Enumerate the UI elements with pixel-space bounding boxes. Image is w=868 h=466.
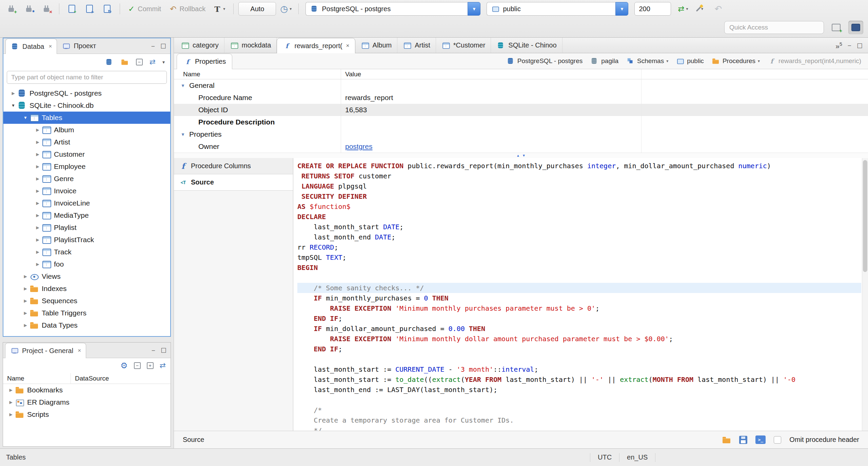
connection-combo[interactable]: PostgreSQL - postgres ▼ (305, 2, 480, 16)
omit-procedure-header-checkbox[interactable] (774, 436, 781, 444)
new-connection-button[interactable] (3, 2, 19, 16)
navigate-back-button[interactable]: ↶ (710, 2, 726, 16)
property-row-general[interactable]: ▼General (174, 79, 868, 92)
expand-arrow-icon[interactable]: ▶ (33, 201, 42, 206)
editor-tab-sqlite-chinoo[interactable]: SQLite - Chinoo (491, 38, 562, 53)
tab-overflow-button[interactable]: »5 (835, 41, 842, 50)
tree-item-playlist[interactable]: ▶Playlist (3, 221, 170, 234)
disconnect-button[interactable] (39, 2, 54, 16)
transaction-log-button[interactable]: ◷▾ (278, 2, 294, 16)
tree-item-track[interactable]: ▶Track (3, 246, 170, 258)
column-header-name[interactable]: Name (3, 373, 71, 384)
minimize-button[interactable]: − (151, 43, 155, 50)
tree-item-artist[interactable]: ▶Artist (3, 136, 170, 148)
collapse-arrow-icon[interactable]: ▼ (181, 132, 185, 137)
expand-arrow-icon[interactable]: ▶ (33, 250, 42, 254)
transaction-mode-button[interactable]: T▾ (211, 2, 229, 16)
tree-item-sequences[interactable]: ▶Sequences (3, 295, 170, 307)
editor-tab-customer[interactable]: *Customer (436, 38, 491, 53)
expand-arrow-icon[interactable]: ▶ (21, 298, 30, 303)
new-sql-editor-button[interactable] (64, 2, 80, 16)
expand-arrow-icon[interactable]: ▶ (6, 388, 15, 392)
owner-link[interactable]: postgres (345, 142, 373, 150)
tree-item-tables[interactable]: ▼Tables (3, 112, 170, 124)
connect-datasource-button[interactable] (105, 57, 114, 67)
navigator-filter-input[interactable] (7, 71, 167, 84)
tree-item-genre[interactable]: ▶Genre (3, 173, 170, 185)
connection-combo-field[interactable]: PostgreSQL - postgres (305, 2, 468, 16)
sql-assist-button[interactable]: ▾ (693, 2, 708, 16)
expand-arrow-icon[interactable]: ▶ (33, 128, 42, 132)
tab-project-general[interactable]: Project - General × (5, 343, 86, 358)
splitter-collapse-up-icon[interactable]: ▲ (516, 154, 520, 157)
close-icon[interactable]: × (346, 42, 350, 49)
tab-project-explorer[interactable]: Проект (57, 38, 101, 54)
new-folder-button[interactable] (120, 57, 129, 67)
link-with-editor-button[interactable]: ⇄ (160, 361, 166, 371)
minimize-button[interactable]: − (152, 347, 155, 354)
expand-arrow-icon[interactable]: ▶ (6, 412, 15, 417)
reconnect-button[interactable] (21, 2, 37, 16)
expand-arrow-icon[interactable]: ▶ (33, 140, 42, 144)
editor-tab-album[interactable]: Album (355, 38, 398, 53)
expand-arrow-icon[interactable]: ▶ (33, 225, 42, 230)
timezone-status[interactable]: UTC (598, 453, 612, 461)
dropdown-caret-icon[interactable]: ▾ (758, 59, 760, 63)
tree-item-mediatype[interactable]: ▶MediaType (3, 209, 170, 221)
pane-tab-procedure-columns[interactable]: Procedure Columns (174, 158, 293, 174)
breadcrumb-procedures[interactable]: Procedures▾ (711, 57, 760, 65)
source-code[interactable]: CREATE OR REPLACE FUNCTION public.reward… (297, 161, 861, 431)
breadcrumb-postgresql-postgres[interactable]: PostgreSQL - postgres (506, 57, 583, 65)
view-menu-button[interactable]: ▾ (162, 57, 165, 67)
property-row-procedure-name[interactable]: Procedure Namerewards_report (174, 92, 868, 104)
collapse-arrow-icon[interactable]: ▼ (9, 103, 18, 108)
expand-arrow-icon[interactable]: ▶ (6, 400, 15, 405)
expand-all-button[interactable]: + (147, 361, 154, 371)
load-from-file-button[interactable] (722, 433, 731, 447)
breadcrumb-public[interactable]: public (676, 57, 704, 65)
expand-arrow-icon[interactable]: ▶ (21, 311, 30, 315)
tree-item-table-triggers[interactable]: ▶Table Triggers (3, 307, 170, 319)
tab-properties[interactable]: Properties (177, 54, 232, 69)
quick-access-input[interactable] (724, 21, 824, 34)
tree-item-foo[interactable]: ▶foo (3, 258, 170, 270)
editor-tab-rewards-report[interactable]: rewards_report(× (277, 38, 355, 53)
tab-database-navigator[interactable]: Databa × (5, 39, 57, 54)
tree-item-data-types[interactable]: ▶Data Types (3, 319, 170, 331)
vertical-scrollbar[interactable] (862, 158, 868, 431)
expand-arrow-icon[interactable]: ▶ (33, 152, 42, 157)
scrollbar-thumb[interactable] (863, 160, 867, 272)
expand-arrow-icon[interactable]: ▶ (9, 91, 18, 96)
project-item-bookmarks[interactable]: ▶Bookmarks (3, 384, 171, 396)
tree-item-invoiceline[interactable]: ▶InvoiceLine (3, 197, 170, 209)
tree-item-sqlite-chinook-db[interactable]: ▼SQLite - Chinook.db (3, 99, 170, 112)
open-perspective-button[interactable] (829, 21, 844, 34)
project-item-er-diagrams[interactable]: ▶ER Diagrams (3, 396, 171, 408)
expand-arrow-icon[interactable]: ▶ (33, 189, 42, 193)
column-header-datasource[interactable]: DataSource (71, 375, 109, 382)
rollback-button[interactable]: ↶Rollback (166, 2, 209, 16)
property-row-properties[interactable]: ▼Properties (174, 128, 868, 140)
open-sql-script-button[interactable] (82, 2, 97, 16)
project-item-scripts[interactable]: ▶Scripts (3, 408, 171, 421)
save-to-file-button[interactable] (739, 433, 747, 447)
open-in-sql-console-button[interactable] (755, 433, 766, 447)
project-settings-button[interactable]: ⚙ (120, 361, 128, 371)
tree-item-playlisttrack[interactable]: ▶PlaylistTrack (3, 234, 170, 246)
property-row-object-id[interactable]: Object ID16,583 (174, 104, 868, 116)
commit-button[interactable]: ✓Commit (125, 2, 164, 16)
splitter-collapse-down-icon[interactable]: ▼ (522, 154, 526, 157)
tree-item-postgresql-postgres[interactable]: ▶PostgreSQL - postgres (3, 87, 170, 99)
expand-arrow-icon[interactable]: ▶ (33, 176, 42, 181)
auto-refresh-button[interactable]: ⇄▾ (675, 2, 691, 16)
maximize-button[interactable]: ☐ (161, 347, 166, 354)
expand-arrow-icon[interactable]: ▶ (33, 213, 42, 218)
close-icon[interactable]: × (49, 43, 52, 50)
expand-arrow-icon[interactable]: ▶ (21, 323, 30, 328)
link-with-editor-button[interactable]: ⇄ (150, 57, 156, 67)
schema-combo[interactable]: public ▼ (487, 2, 628, 16)
maximize-button[interactable]: ☐ (160, 42, 166, 50)
pane-tab-source[interactable]: Source (174, 174, 293, 191)
close-icon[interactable]: × (78, 347, 81, 354)
dbeaver-perspective-button[interactable] (848, 21, 863, 34)
